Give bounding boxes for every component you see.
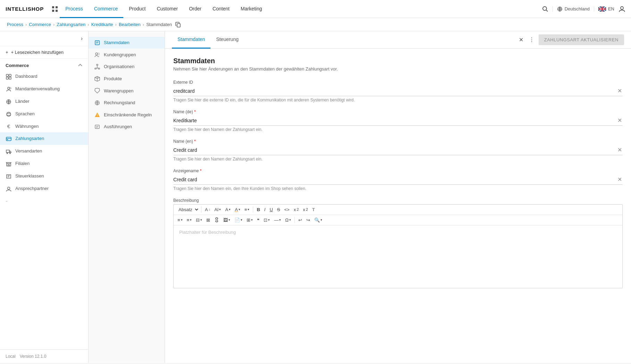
externe-id-field: Externe ID ✕ Tragen Sie hier die externe… [173, 80, 623, 102]
outdent-button[interactable]: ⊠ [205, 216, 212, 224]
sidebar-item-steuerklassen-label: Steuerklassen [15, 173, 44, 179]
link-button[interactable] [213, 216, 221, 223]
special-chars-button[interactable]: Ω ▾ [283, 216, 293, 224]
svg-rect-11 [6, 74, 8, 76]
sec-item-warengruppen[interactable]: Warengruppen [89, 85, 165, 97]
find-replace-button[interactable]: 🔍 ▾ [313, 216, 324, 224]
code-button[interactable]: <> [282, 206, 291, 213]
more-options-button[interactable]: ⋮ [528, 35, 536, 44]
breadcrumb-sep1: › [25, 22, 27, 27]
name-en-input[interactable] [173, 145, 623, 155]
sidebar-item-sprachen[interactable]: Sprachen [0, 108, 88, 120]
sidebar-item-dashboard[interactable]: Dashboard [0, 70, 88, 83]
name-de-input[interactable] [173, 116, 623, 125]
name-de-required: * [194, 109, 196, 114]
svg-rect-29 [95, 41, 99, 45]
nav-item-customer[interactable]: Customer [151, 0, 183, 18]
nav-item-product[interactable]: Product [123, 0, 151, 18]
secondary-sidebar: Stammdaten Kundengruppen Organisationen [89, 31, 165, 363]
sidebar-item-ansprechpartner[interactable]: Ansprechpartner [0, 182, 88, 195]
nav-item-marketing[interactable]: Marketing [235, 0, 267, 18]
copy-icon[interactable] [175, 22, 181, 27]
sec-item-rechnungsland[interactable]: Rechnungsland [89, 97, 165, 109]
anzeigename-clear-button[interactable]: ✕ [617, 175, 623, 183]
superscript-button[interactable]: x2 [301, 206, 310, 213]
name-de-field: Name (de) * ✕ Tragen Sie hier den Namen … [173, 109, 623, 132]
subscript-button[interactable]: x2 [292, 206, 301, 213]
svg-rect-14 [9, 77, 11, 79]
footer-version: Version 12.1.0 [20, 354, 47, 359]
sec-item-kundengruppen[interactable]: Kundengruppen [89, 49, 165, 61]
sidebar-item-steuerklassen[interactable]: Steuerklassen [0, 170, 88, 182]
anzeigename-input[interactable] [173, 175, 623, 184]
breadcrumb-bearbeiten[interactable]: Bearbeiten [119, 22, 141, 27]
hr-button[interactable]: —▾ [272, 216, 283, 224]
breadcrumb-kreditkarte[interactable]: Kreditkarte [91, 22, 113, 27]
user-icon[interactable] [618, 5, 625, 13]
image-button[interactable]: 🖼 ▾ [222, 216, 232, 224]
sec-item-organisationen[interactable]: Organisationen [89, 61, 165, 73]
template-button[interactable]: 📄 ▾ [233, 216, 244, 224]
editor-body[interactable]: Platzhalter für Beschreibung [174, 225, 622, 288]
beschreibung-label: Beschreibung [173, 198, 623, 203]
undo-button[interactable]: ↩ [297, 216, 304, 224]
sec-item-einschraenkende[interactable]: ! Einschränkende Regeln [89, 109, 165, 121]
indent-button[interactable]: ⊟ ▾ [194, 216, 204, 224]
sidebar-item-zahlungsarten[interactable]: Zahlungsarten [0, 132, 88, 145]
tab-steuerung[interactable]: Steuerung [210, 31, 244, 49]
search-icon[interactable] [542, 6, 548, 12]
svg-point-24 [10, 152, 11, 154]
svg-rect-1 [56, 6, 58, 8]
sidebar-collapse-button[interactable]: › [81, 35, 83, 42]
bold-button[interactable]: B [255, 206, 261, 213]
font-size-button[interactable]: A ↕ [203, 206, 212, 213]
currency-icon: € [6, 123, 12, 129]
sec-item-stammdaten[interactable]: Stammdaten [89, 37, 165, 49]
sidebar-item-laender[interactable]: Länder [0, 95, 88, 108]
sidebar-item-filialen[interactable]: Filialen [0, 157, 88, 170]
sidebar-item-waehrungen[interactable]: € Währungen [0, 120, 88, 132]
externe-id-input[interactable] [173, 86, 623, 96]
breadcrumb-process[interactable]: Process [7, 22, 23, 27]
add-bookmark[interactable]: + + Lesezeichen hinzufügen [0, 46, 88, 59]
add-bookmark-label: + Lesezeichen hinzufügen [11, 50, 64, 55]
breadcrumb-commerce[interactable]: Commerce [29, 22, 51, 27]
sidebar-item-mandantenverwaltung[interactable]: Mandantenverwaltung [0, 83, 88, 95]
nav-item-order[interactable]: Order [183, 0, 207, 18]
externe-id-clear-button[interactable]: ✕ [617, 87, 623, 95]
nav-item-process[interactable]: Process [60, 0, 89, 18]
nav-item-commerce[interactable]: Commerce [89, 0, 123, 18]
nav-item-content[interactable]: Content [207, 0, 235, 18]
close-button[interactable]: ✕ [517, 35, 525, 44]
table-button[interactable]: ⊞ ▾ [245, 216, 255, 224]
ul-button[interactable]: ≡ ▾ [176, 216, 184, 224]
nav-lang-code[interactable]: EN [594, 6, 614, 11]
font-color-button[interactable]: A ▾ [223, 206, 232, 213]
tab-stammdaten[interactable]: Stammdaten [172, 31, 210, 49]
breadcrumb-zahlungsarten[interactable]: Zahlungsarten [57, 22, 85, 27]
ai-button[interactable]: AI ▾ [213, 206, 223, 213]
media-button[interactable]: ⊡ ▾ [262, 216, 272, 224]
strikethrough-button[interactable]: S [275, 206, 282, 213]
sec-item-produkte[interactable]: Produkte [89, 73, 165, 85]
ol-button[interactable]: ≡ ▾ [185, 216, 194, 224]
globe-icon [6, 98, 12, 105]
blockquote-button[interactable]: ❝ [255, 216, 261, 224]
svg-rect-22 [7, 139, 8, 140]
font-highlight-button[interactable]: A ▾ [233, 206, 242, 213]
italic-button[interactable]: I [263, 206, 267, 213]
underline-button[interactable]: U [268, 206, 274, 213]
redo-button[interactable]: ↪ [305, 216, 312, 224]
update-button[interactable]: ZAHLUNGSART AKTUALISIEREN [539, 34, 624, 45]
align-button[interactable]: ≡ ▾ [243, 206, 251, 213]
sidebar: › + + Lesezeichen hinzufügen Commerce Da… [0, 31, 89, 363]
svg-rect-0 [52, 6, 54, 8]
lang-code: EN [608, 6, 614, 11]
sec-item-ausfuehrungen[interactable]: Ausführungen [89, 121, 165, 133]
editor-style-select[interactable]: Absatz [176, 206, 199, 213]
sidebar-item-versandarten[interactable]: Versandarten [0, 145, 88, 157]
clear-format-button[interactable]: T [310, 206, 317, 213]
name-en-clear-button[interactable]: ✕ [617, 146, 623, 154]
nav-language[interactable]: Deutschland [553, 6, 590, 12]
name-de-clear-button[interactable]: ✕ [617, 116, 623, 124]
